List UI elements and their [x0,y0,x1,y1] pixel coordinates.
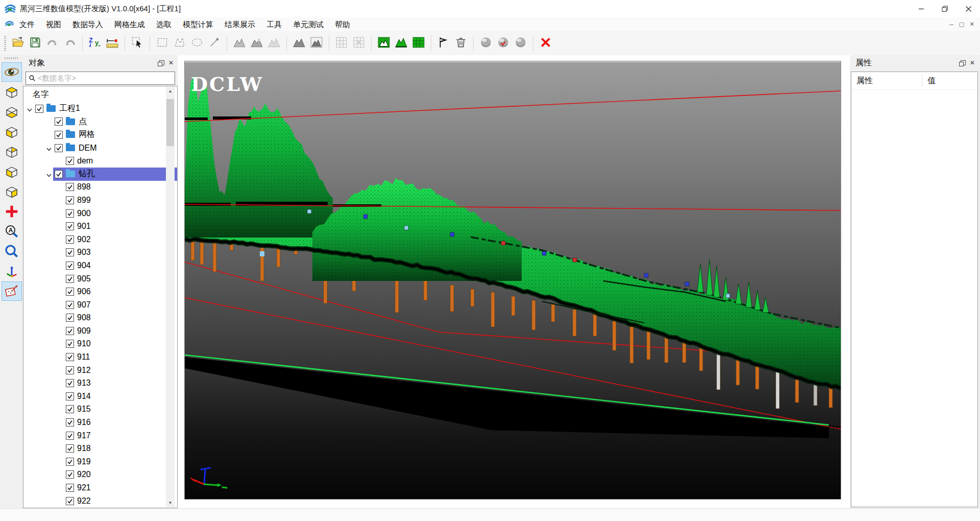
tree-item-903[interactable]: 903 [23,246,177,259]
select-cursor-button[interactable] [129,35,146,52]
tree-item-920[interactable]: 920 [23,468,177,482]
tree-item-916[interactable]: 916 [23,416,177,429]
tree-item-901[interactable]: 901 [23,220,177,233]
viewport-3d[interactable]: DCLW [185,61,841,499]
checkbox-icon[interactable] [66,458,74,466]
tree-item-913[interactable]: 913 [23,376,177,390]
checkbox-icon[interactable] [66,288,74,296]
menu-item-9[interactable]: 帮助 [329,17,356,31]
measure-tool-button[interactable] [2,281,22,301]
checkbox-icon[interactable] [66,222,74,230]
grid-green-button[interactable] [410,35,427,52]
tree-item-899[interactable]: 899 [23,194,177,207]
checkbox-icon[interactable] [66,392,74,400]
cube-top-button[interactable] [2,82,22,102]
tree-item-898[interactable]: 898 [23,181,177,194]
checkbox-icon[interactable] [66,444,74,453]
mdi-restore-button[interactable]: ▢ [957,21,967,28]
menu-item-2[interactable]: 数据导入 [67,17,109,31]
checkbox-icon[interactable] [66,235,74,244]
checkbox-icon[interactable] [66,379,74,387]
tree-item-902[interactable]: 902 [23,233,177,246]
tree-item-917[interactable]: 917 [23,429,177,442]
save-button[interactable] [27,35,44,52]
sphere-marked-button[interactable] [495,35,512,52]
panel-float-icon[interactable] [158,60,163,66]
chevron-down-icon[interactable] [46,171,52,177]
curve-redo-button[interactable] [61,35,79,52]
tree-item-921[interactable]: 921 [23,481,177,494]
tree-item-dem[interactable]: dem [23,154,177,168]
cube-bottom-button[interactable] [2,102,22,122]
menu-item-4[interactable]: 选取 [151,17,177,31]
tree-item-钻孔[interactable]: 钻孔 [23,168,177,181]
restore-button[interactable] [933,0,957,17]
mdi-child-icon[interactable] [5,20,14,29]
tree-item-907[interactable]: 907 [23,298,177,312]
checkbox-icon[interactable] [55,117,63,126]
tree-scrollbar[interactable]: ▲ ▼ [166,87,175,507]
add-plus-button[interactable] [2,202,22,221]
tree-item-915[interactable]: 915 [23,403,177,416]
checkbox-icon[interactable] [66,418,74,427]
curve-undo-button[interactable] [44,35,61,52]
checkbox-icon[interactable] [66,327,74,335]
search-input[interactable]: <数据名字> [26,72,175,85]
scroll-down-icon[interactable]: ▼ [166,499,175,507]
checkbox-icon[interactable] [66,405,74,413]
tree-item-918[interactable]: 918 [23,442,177,455]
select-polygon-button[interactable] [171,35,188,52]
axes-3d-button[interactable] [2,262,22,281]
tree-item-906[interactable]: 906 [23,285,177,298]
tree-item-908[interactable]: 908 [23,312,177,325]
checkbox-icon[interactable] [55,170,63,178]
tree-item-911[interactable]: 911 [23,350,177,364]
checkbox-icon[interactable] [35,105,43,113]
viewport-scene[interactable]: DCLW [185,61,841,499]
menu-item-3[interactable]: 网格生成 [109,17,151,31]
mountain-mid-button[interactable] [248,35,265,52]
mountain-dark-button[interactable] [290,35,308,52]
tree-item-DEM[interactable]: DEM [23,141,177,155]
checkbox-icon[interactable] [66,196,74,204]
checkbox-icon[interactable] [66,248,74,256]
checkbox-icon[interactable] [66,340,74,348]
tree-item-912[interactable]: 912 [23,364,177,377]
trash-button[interactable] [452,35,470,52]
mountain-framed-button[interactable] [308,35,325,52]
menu-item-5[interactable]: 模型计算 [177,17,219,31]
select-line-button[interactable] [206,35,223,52]
menu-item-6[interactable]: 结果展示 [219,17,261,31]
toolbar-grip[interactable] [5,57,19,59]
checkbox-icon[interactable] [66,275,74,283]
zy-axis-button[interactable]: Zy [86,35,104,52]
chevron-down-icon[interactable] [46,145,52,151]
tree-item-点[interactable]: 点 [23,115,177,129]
cube-left-button[interactable] [2,162,22,181]
checkbox-icon[interactable] [66,157,74,165]
mdi-minimize-button[interactable]: ─ [946,21,957,28]
panel-close-icon[interactable]: ✕ [970,60,975,66]
checkbox-icon[interactable] [66,353,74,361]
zoom-letter-button[interactable]: A [2,222,22,241]
checkbox-icon[interactable] [66,183,74,191]
measure-ruler-button[interactable] [104,35,121,52]
tree-item-922[interactable]: 922 [23,494,177,508]
toolbar-grip[interactable] [4,36,6,51]
scrollbar-thumb[interactable] [166,99,174,146]
grid-light2-button[interactable] [350,35,368,52]
checkbox-icon[interactable] [66,497,74,505]
select-rect-button[interactable] [154,35,171,52]
mountain-green-button[interactable] [393,35,410,52]
tree-item-900[interactable]: 900 [23,207,177,220]
scroll-up-icon[interactable]: ▲ [166,87,175,96]
tree-item-网格[interactable]: 网格 [23,128,177,141]
checkbox-icon[interactable] [55,144,63,152]
chevron-down-icon[interactable] [27,106,33,112]
checkbox-icon[interactable] [66,314,74,322]
checkbox-icon[interactable] [66,432,74,440]
panel-close-icon[interactable]: ✕ [168,60,174,66]
select-circle-button[interactable] [188,35,206,52]
mountain-green-box-button[interactable] [375,35,393,52]
grid-light-button[interactable] [333,35,350,52]
